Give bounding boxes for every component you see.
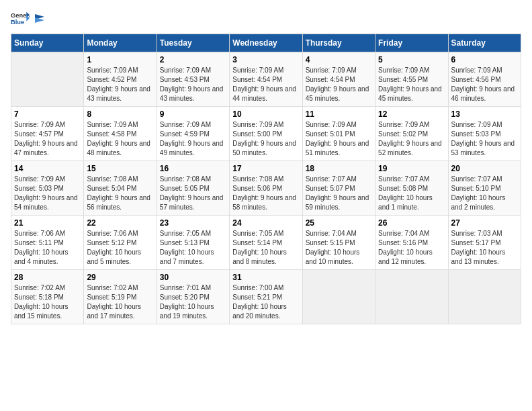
calendar-cell: 4 Sunrise: 7:09 AMSunset: 4:54 PMDayligh… <box>302 52 375 107</box>
calendar-cell: 30 Sunrise: 7:01 AMSunset: 5:20 PMDaylig… <box>157 270 229 324</box>
day-number: 19 <box>378 164 445 173</box>
calendar-cell: 13 Sunrise: 7:09 AMSunset: 5:03 PMDaylig… <box>448 107 521 161</box>
day-info: Sunrise: 7:09 AMSunset: 5:03 PMDaylight:… <box>451 121 515 156</box>
day-number: 9 <box>160 109 226 119</box>
calendar-cell: 23 Sunrise: 7:05 AMSunset: 5:13 PMDaylig… <box>157 216 229 270</box>
calendar-cell: 6 Sunrise: 7:09 AMSunset: 4:56 PMDayligh… <box>448 52 521 107</box>
calendar-cell: 11 Sunrise: 7:09 AMSunset: 5:01 PMDaylig… <box>302 107 375 161</box>
day-number: 31 <box>232 273 299 282</box>
day-info: Sunrise: 7:08 AMSunset: 5:06 PMDaylight:… <box>232 175 296 211</box>
weekday-header-monday: Monday <box>84 34 157 52</box>
day-number: 3 <box>232 55 299 64</box>
day-info: Sunrise: 7:01 AMSunset: 5:20 PMDaylight:… <box>160 284 214 320</box>
day-number: 16 <box>160 164 226 173</box>
calendar-cell <box>302 270 375 324</box>
day-info: Sunrise: 7:09 AMSunset: 4:57 PMDaylight:… <box>14 121 78 156</box>
day-number: 5 <box>378 55 445 64</box>
day-number: 12 <box>378 109 445 119</box>
calendar-cell: 20 Sunrise: 7:07 AMSunset: 5:10 PMDaylig… <box>448 161 521 216</box>
calendar-week-1: 1 Sunrise: 7:09 AMSunset: 4:52 PMDayligh… <box>11 52 521 107</box>
day-number: 29 <box>87 273 153 282</box>
calendar-week-5: 28 Sunrise: 7:02 AMSunset: 5:18 PMDaylig… <box>11 270 521 324</box>
weekday-header-wednesday: Wednesday <box>230 34 302 52</box>
day-info: Sunrise: 7:06 AMSunset: 5:12 PMDaylight:… <box>87 230 141 265</box>
calendar-cell: 28 Sunrise: 7:02 AMSunset: 5:18 PMDaylig… <box>11 270 84 324</box>
day-info: Sunrise: 7:02 AMSunset: 5:18 PMDaylight:… <box>14 284 69 320</box>
calendar-cell: 22 Sunrise: 7:06 AMSunset: 5:12 PMDaylig… <box>84 216 157 270</box>
day-info: Sunrise: 7:06 AMSunset: 5:11 PMDaylight:… <box>14 230 69 265</box>
day-number: 23 <box>160 218 226 228</box>
weekday-header-thursday: Thursday <box>302 34 375 52</box>
day-number: 6 <box>451 55 518 64</box>
day-info: Sunrise: 7:09 AMSunset: 5:00 PMDaylight:… <box>232 121 296 156</box>
day-info: Sunrise: 7:02 AMSunset: 5:19 PMDaylight:… <box>87 284 141 320</box>
day-number: 10 <box>232 109 299 119</box>
day-info: Sunrise: 7:09 AMSunset: 4:54 PMDaylight:… <box>232 66 296 102</box>
calendar-cell: 12 Sunrise: 7:09 AMSunset: 5:02 PMDaylig… <box>375 107 448 161</box>
weekday-header-tuesday: Tuesday <box>157 34 229 52</box>
day-number: 27 <box>451 218 518 228</box>
calendar-cell: 14 Sunrise: 7:09 AMSunset: 5:03 PMDaylig… <box>11 161 84 216</box>
svg-text:Blue: Blue <box>11 19 24 26</box>
day-info: Sunrise: 7:09 AMSunset: 4:56 PMDaylight:… <box>451 66 515 102</box>
svg-marker-5 <box>35 17 44 23</box>
day-number: 4 <box>306 55 372 64</box>
calendar-cell: 2 Sunrise: 7:09 AMSunset: 4:53 PMDayligh… <box>157 52 229 107</box>
calendar-cell: 17 Sunrise: 7:08 AMSunset: 5:06 PMDaylig… <box>230 161 302 216</box>
calendar-cell: 21 Sunrise: 7:06 AMSunset: 5:11 PMDaylig… <box>11 216 84 270</box>
calendar-table: SundayMondayTuesdayWednesdayThursdayFrid… <box>11 34 521 324</box>
day-info: Sunrise: 7:04 AMSunset: 5:16 PMDaylight:… <box>378 230 433 265</box>
day-number: 17 <box>232 164 299 173</box>
day-info: Sunrise: 7:03 AMSunset: 5:17 PMDaylight:… <box>451 230 506 265</box>
calendar-cell <box>375 270 448 324</box>
day-number: 7 <box>14 109 81 119</box>
calendar-cell: 27 Sunrise: 7:03 AMSunset: 5:17 PMDaylig… <box>448 216 521 270</box>
day-number: 24 <box>232 218 299 228</box>
day-number: 2 <box>160 55 226 64</box>
calendar-cell: 10 Sunrise: 7:09 AMSunset: 5:00 PMDaylig… <box>230 107 302 161</box>
day-info: Sunrise: 7:04 AMSunset: 5:15 PMDaylight:… <box>306 230 360 265</box>
day-number: 11 <box>306 109 372 119</box>
day-number: 15 <box>87 164 153 173</box>
calendar-body: 1 Sunrise: 7:09 AMSunset: 4:52 PMDayligh… <box>11 52 521 324</box>
day-info: Sunrise: 7:07 AMSunset: 5:08 PMDaylight:… <box>378 175 433 211</box>
day-info: Sunrise: 7:09 AMSunset: 4:54 PMDaylight:… <box>306 66 369 102</box>
calendar-cell: 24 Sunrise: 7:05 AMSunset: 5:14 PMDaylig… <box>230 216 302 270</box>
calendar-cell: 19 Sunrise: 7:07 AMSunset: 5:08 PMDaylig… <box>375 161 448 216</box>
day-number: 18 <box>306 164 372 173</box>
calendar-cell: 1 Sunrise: 7:09 AMSunset: 4:52 PMDayligh… <box>84 52 157 107</box>
day-info: Sunrise: 7:09 AMSunset: 4:59 PMDaylight:… <box>160 121 224 156</box>
logo-flag-icon <box>34 13 46 24</box>
calendar-cell: 9 Sunrise: 7:09 AMSunset: 4:59 PMDayligh… <box>157 107 229 161</box>
calendar-week-2: 7 Sunrise: 7:09 AMSunset: 4:57 PMDayligh… <box>11 107 521 161</box>
calendar-cell: 7 Sunrise: 7:09 AMSunset: 4:57 PMDayligh… <box>11 107 84 161</box>
day-info: Sunrise: 7:08 AMSunset: 5:04 PMDaylight:… <box>87 175 150 211</box>
day-number: 8 <box>87 109 153 119</box>
day-number: 13 <box>451 109 518 119</box>
day-info: Sunrise: 7:05 AMSunset: 5:14 PMDaylight:… <box>232 230 287 265</box>
day-info: Sunrise: 7:09 AMSunset: 5:01 PMDaylight:… <box>306 121 369 156</box>
day-number: 1 <box>87 55 153 64</box>
calendar-week-4: 21 Sunrise: 7:06 AMSunset: 5:11 PMDaylig… <box>11 216 521 270</box>
day-info: Sunrise: 7:09 AMSunset: 5:02 PMDaylight:… <box>378 121 442 156</box>
day-info: Sunrise: 7:07 AMSunset: 5:10 PMDaylight:… <box>451 175 506 211</box>
calendar-cell: 3 Sunrise: 7:09 AMSunset: 4:54 PMDayligh… <box>230 52 302 107</box>
day-info: Sunrise: 7:05 AMSunset: 5:13 PMDaylight:… <box>160 230 214 265</box>
day-number: 21 <box>14 218 81 228</box>
day-number: 20 <box>451 164 518 173</box>
weekday-header-friday: Friday <box>375 34 448 52</box>
day-info: Sunrise: 7:09 AMSunset: 4:52 PMDaylight:… <box>87 66 150 102</box>
day-info: Sunrise: 7:09 AMSunset: 5:03 PMDaylight:… <box>14 175 78 211</box>
weekday-header-sunday: Sunday <box>11 34 84 52</box>
day-number: 28 <box>14 273 81 282</box>
day-info: Sunrise: 7:08 AMSunset: 5:05 PMDaylight:… <box>160 175 224 211</box>
header: General Blue <box>11 11 521 26</box>
calendar-cell: 5 Sunrise: 7:09 AMSunset: 4:55 PMDayligh… <box>375 52 448 107</box>
day-number: 30 <box>160 273 226 282</box>
calendar-cell: 16 Sunrise: 7:08 AMSunset: 5:05 PMDaylig… <box>157 161 229 216</box>
day-info: Sunrise: 7:07 AMSunset: 5:07 PMDaylight:… <box>306 175 369 211</box>
calendar-cell: 26 Sunrise: 7:04 AMSunset: 5:16 PMDaylig… <box>375 216 448 270</box>
calendar-cell: 8 Sunrise: 7:09 AMSunset: 4:58 PMDayligh… <box>84 107 157 161</box>
calendar-cell <box>448 270 521 324</box>
day-number: 14 <box>14 164 81 173</box>
